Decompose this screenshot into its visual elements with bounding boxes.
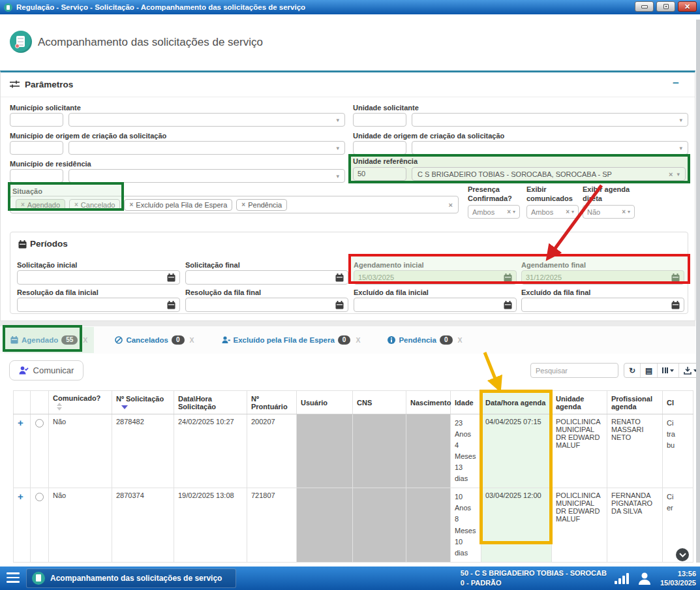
table-row: + Não 2878482 24/02/2025 10:27 200207 23… xyxy=(14,414,693,488)
unidade-solicitante-code-input[interactable] xyxy=(353,113,406,127)
tab-excluido-fila[interactable]: Excluído pela Fila de Espera 0 X xyxy=(215,327,367,353)
unidade-referencia-code-input[interactable]: 50 xyxy=(353,167,406,181)
refresh-button[interactable]: ↻ xyxy=(624,364,641,377)
situacao-multiselect[interactable]: ×Agendado ×Cancelado ×Excluído pela Fila… xyxy=(10,196,459,213)
unidade-origem-code-input[interactable] xyxy=(353,141,406,155)
tab-agendado[interactable]: Agendado 55 X xyxy=(4,327,94,353)
cell-prontuario: 200207 xyxy=(247,414,297,488)
municipio-origem-select[interactable]: ▾ xyxy=(68,141,345,155)
municipio-solicitante-select[interactable]: ▾ xyxy=(68,113,345,127)
header-n-solicitacao[interactable]: Nº Solicitação xyxy=(112,391,174,414)
presenca-select[interactable]: Ambos ×▾ xyxy=(468,205,520,219)
calendar-icon[interactable] xyxy=(671,273,680,282)
tab-pendencia[interactable]: Pendência 0 X xyxy=(381,327,468,353)
calendar-icon[interactable] xyxy=(671,301,680,309)
header-prontuario[interactable]: Nº Prontuário xyxy=(247,391,297,414)
expand-row-icon[interactable]: + xyxy=(18,417,23,428)
clear-icon[interactable]: × xyxy=(669,170,673,178)
calendar-icon[interactable] xyxy=(335,273,344,282)
scroll-down-button[interactable] xyxy=(676,548,689,561)
header-usuario[interactable]: Usuário xyxy=(297,391,353,414)
table-view-button[interactable]: ▤ xyxy=(641,364,658,377)
unidade-referencia-group-highlighted: Unidade referência 50 C S BRIGADEIRO TOB… xyxy=(348,154,690,183)
calendar-icon[interactable] xyxy=(335,301,344,309)
resolucao-inicial-datefield[interactable] xyxy=(17,298,180,312)
unidade-solicitante-select[interactable]: ▾ xyxy=(412,113,688,127)
header-cns[interactable]: CNS xyxy=(353,391,406,414)
close-tab-icon[interactable]: X xyxy=(83,336,87,344)
solicitacao-inicial-datefield[interactable] xyxy=(17,270,180,285)
menu-button[interactable] xyxy=(7,572,20,583)
minimize-button[interactable] xyxy=(635,1,654,12)
municipio-origem-code-input[interactable] xyxy=(10,141,63,155)
header-profissional-agenda[interactable]: Profissional agenda xyxy=(607,391,663,414)
header-nascimento[interactable]: Nascimento xyxy=(406,391,451,414)
resolucao-final-datefield[interactable] xyxy=(185,298,348,312)
unidade-referencia-select[interactable]: C S BRIGADEIRO TOBIAS - SOROCABA, SOROCA… xyxy=(412,167,686,181)
unidade-origem-select[interactable]: ▾ xyxy=(412,141,688,155)
calendar-icon[interactable] xyxy=(167,273,175,282)
close-tab-icon[interactable]: X xyxy=(190,336,194,344)
remove-tag-icon[interactable]: × xyxy=(129,201,133,208)
calendar-icon xyxy=(18,240,27,249)
collapse-panel-button[interactable]: − xyxy=(673,78,679,89)
search-input[interactable] xyxy=(530,363,618,378)
situacao-tag-excluido[interactable]: ×Excluído pela Fila de Espera xyxy=(124,199,232,211)
cell-idade: 23Anos4 Meses13dias xyxy=(451,414,481,488)
column-visibility-button[interactable] xyxy=(658,364,679,377)
clear-all-icon[interactable]: × xyxy=(449,201,453,209)
row-radio[interactable] xyxy=(35,493,44,501)
header-idade[interactable]: Idade xyxy=(451,391,481,414)
annotation-yellow-arrow xyxy=(478,349,511,394)
calendar-icon[interactable] xyxy=(167,301,175,309)
header-unidade-agenda[interactable]: Unidade agenda xyxy=(552,391,607,414)
user-icon[interactable] xyxy=(637,570,652,586)
cell-prontuario: 721807 xyxy=(247,488,297,562)
comunicados-select[interactable]: Ambos ×▾ xyxy=(526,205,579,219)
remove-tag-icon[interactable]: × xyxy=(74,201,78,208)
remove-tag-icon[interactable]: × xyxy=(241,201,245,208)
agendamento-final-datefield[interactable]: 31/12/2025 xyxy=(521,270,684,285)
signal-bars-icon[interactable] xyxy=(615,572,629,584)
tab-cancelados[interactable]: Cancelados 0 X xyxy=(108,327,200,353)
solicitacao-final-datefield[interactable] xyxy=(185,270,348,285)
clear-icon[interactable]: × xyxy=(507,208,511,215)
comunicar-button[interactable]: Comunicar xyxy=(9,360,84,380)
agenda-direta-select[interactable]: Não ×▾ xyxy=(583,205,635,219)
sort-icon[interactable] xyxy=(57,403,62,411)
cell-cl: Citrabu xyxy=(663,414,693,488)
situacao-tag-pendencia[interactable]: ×Pendência xyxy=(236,199,287,211)
expand-row-icon[interactable]: + xyxy=(18,491,23,502)
clock: 13:56 15/03/2025 xyxy=(660,569,696,588)
close-tab-icon[interactable]: X xyxy=(458,336,463,344)
municipio-solicitante-code-input[interactable] xyxy=(10,113,63,127)
excluido-final-datefield[interactable] xyxy=(521,298,684,312)
municipio-residencia-select[interactable]: ▾ xyxy=(68,169,345,183)
agendamento-inicial-datefield[interactable]: 15/03/2025 xyxy=(354,270,517,285)
header-data-solicitacao[interactable]: Data\Hora Solicitação xyxy=(174,391,247,414)
app-icon xyxy=(4,3,12,12)
header-data-hora-agenda[interactable]: Data/hora agenda xyxy=(481,391,552,414)
close-button[interactable]: ✕ xyxy=(678,1,697,12)
situacao-tag-cancelado[interactable]: ×Cancelado xyxy=(69,199,120,211)
row-radio[interactable] xyxy=(35,419,44,427)
calendar-icon[interactable] xyxy=(504,301,512,309)
excluido-inicial-datefield[interactable] xyxy=(354,298,517,312)
header-cl[interactable]: Cl xyxy=(663,391,693,414)
situacao-tag-agendado[interactable]: ×Agendado xyxy=(16,199,65,211)
clear-icon[interactable]: × xyxy=(622,208,626,215)
chevron-down-icon: ▾ xyxy=(628,209,630,215)
chevron-down-icon xyxy=(679,553,686,557)
municipio-residencia-code-input[interactable] xyxy=(10,169,63,183)
remove-tag-icon[interactable]: × xyxy=(21,201,25,208)
clear-icon[interactable]: × xyxy=(566,208,570,215)
cell-data-solicitacao: 19/02/2025 13:08 xyxy=(174,488,247,562)
solicitacao-final-label: Solicitação final xyxy=(185,261,240,269)
vertical-scrollbar[interactable] xyxy=(696,20,700,563)
maximize-button[interactable] xyxy=(656,1,675,12)
header-comunicado[interactable]: Comunicado? xyxy=(49,391,112,414)
parameters-header: Parâmetros − xyxy=(1,72,695,97)
close-tab-icon[interactable]: X xyxy=(356,336,360,344)
taskbar-app-item[interactable]: Acompanhamento das solicitações de servi… xyxy=(26,568,236,588)
calendar-icon[interactable] xyxy=(504,273,512,282)
